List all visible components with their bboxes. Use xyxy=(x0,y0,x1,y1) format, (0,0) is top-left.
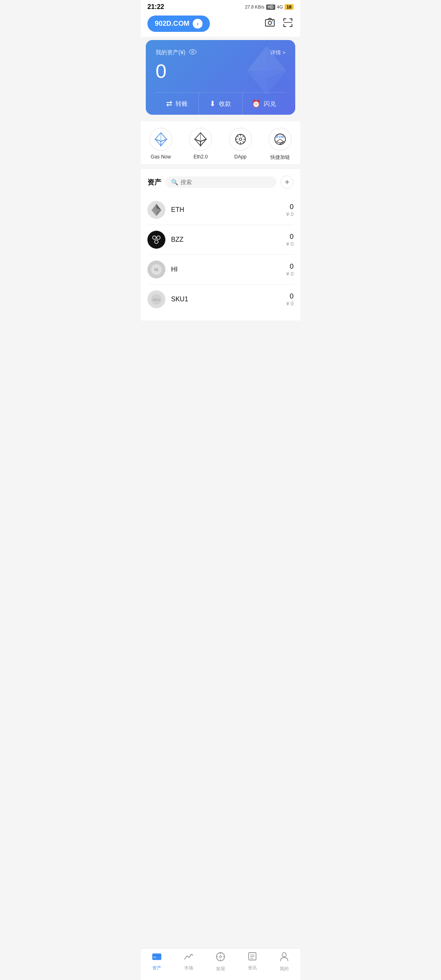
transfer-button[interactable]: ⇄ 转账 xyxy=(156,93,199,115)
eth-watermark xyxy=(246,46,287,97)
network-speed: 27.8 KB/s xyxy=(245,4,265,9)
nav-item-mine[interactable]: 我的 xyxy=(272,952,296,972)
svg-point-42 xyxy=(157,236,160,239)
mine-nav-icon xyxy=(280,952,289,964)
eth2-icon xyxy=(189,128,212,151)
status-time: 21:22 xyxy=(147,3,164,11)
svg-text:hi: hi xyxy=(154,267,158,272)
eth-token-values: 0 ¥ 0 xyxy=(286,203,294,217)
svg-line-29 xyxy=(237,141,238,143)
svg-point-21 xyxy=(239,138,242,140)
dapp-icon xyxy=(229,128,252,151)
mine-nav-label: 我的 xyxy=(280,966,289,972)
logo-arrow: › xyxy=(193,19,203,29)
sku1-token-name: SKU1 xyxy=(171,296,286,303)
nav-item-market[interactable]: 市场 xyxy=(176,952,201,972)
svg-line-27 xyxy=(243,141,244,143)
add-wallet-icon[interactable] xyxy=(264,17,276,31)
svg-text:SKU: SKU xyxy=(152,298,160,302)
bzz-token-values: 0 ¥ 0 xyxy=(286,233,294,247)
receive-button[interactable]: ⬇ 收款 xyxy=(199,93,242,115)
svg-line-26 xyxy=(237,136,238,138)
svg-marker-11 xyxy=(247,46,267,71)
assets-header: 资产 🔍 + xyxy=(147,176,294,189)
svg-line-28 xyxy=(243,136,244,138)
svg-point-1 xyxy=(268,21,272,24)
token-item-sku1[interactable]: SKU SKU1 0 ¥ 0 xyxy=(147,285,294,314)
logo-button[interactable]: 902D.COM › xyxy=(147,16,210,32)
nav-item-news[interactable]: 资讯 xyxy=(240,952,265,972)
discover-nav-icon xyxy=(216,952,225,964)
bzz-token-logo xyxy=(147,231,165,249)
asset-label-row: 我的资产(¥) xyxy=(156,48,197,57)
gas-now-icon xyxy=(149,128,172,151)
search-bar: 🔍 xyxy=(165,176,276,188)
battery-icon: 18 xyxy=(285,4,294,10)
quick-item-dapp[interactable]: DApp xyxy=(229,128,252,161)
transfer-label: 转账 xyxy=(176,100,188,108)
market-nav-icon xyxy=(184,952,194,963)
signal-strength: 4G xyxy=(277,4,283,9)
market-nav-label: 市场 xyxy=(184,965,193,971)
svg-rect-48 xyxy=(152,953,161,960)
eth-token-logo xyxy=(147,201,165,219)
dapp-label: DApp xyxy=(234,154,247,160)
svg-text:EVM: EVM xyxy=(276,135,284,139)
hi-token-name: HI xyxy=(171,266,286,273)
eye-icon[interactable] xyxy=(189,48,197,57)
hi-amount: 0 xyxy=(286,263,294,271)
svg-rect-57 xyxy=(249,953,256,960)
svg-marker-14 xyxy=(155,139,161,146)
receive-label: 收款 xyxy=(219,100,231,108)
flash-exchange-label: 闪兑 xyxy=(264,100,276,108)
assets-title: 资产 xyxy=(147,178,161,187)
status-bar: 21:22 27.8 KB/s HD 4G 18 xyxy=(141,0,300,12)
bzz-cny: ¥ 0 xyxy=(286,241,294,247)
svg-point-61 xyxy=(282,953,286,957)
quick-chain-label: 快捷加链 xyxy=(270,154,290,161)
bzz-token-name: BZZ xyxy=(171,236,286,243)
sku1-token-values: 0 ¥ 0 xyxy=(286,292,294,307)
hi-token-logo: hi xyxy=(147,261,165,278)
logo-text: 902D.COM xyxy=(155,20,189,28)
hi-cny: ¥ 0 xyxy=(286,271,294,277)
assets-nav-icon xyxy=(152,952,162,963)
sku1-cny: ¥ 0 xyxy=(286,301,294,307)
svg-point-41 xyxy=(153,236,156,239)
token-item-eth[interactable]: ETH 0 ¥ 0 xyxy=(147,195,294,225)
header: 902D.COM › xyxy=(141,12,300,37)
flash-exchange-icon: ⏰ xyxy=(252,99,261,108)
eth-token-name: ETH xyxy=(171,206,286,214)
receive-icon: ⬇ xyxy=(209,99,216,108)
eth-cny: ¥ 0 xyxy=(286,211,294,217)
token-item-hi[interactable]: hi HI 0 ¥ 0 xyxy=(147,255,294,285)
quick-item-gas-now[interactable]: Gas Now xyxy=(149,128,172,161)
svg-rect-50 xyxy=(154,957,156,958)
sku1-amount: 0 xyxy=(286,292,294,301)
svg-marker-10 xyxy=(267,46,286,71)
nav-item-discover[interactable]: 发现 xyxy=(208,952,233,972)
token-item-bzz[interactable]: BZZ 0 ¥ 0 xyxy=(147,225,294,255)
quick-item-quick-chain[interactable]: EVM 快捷加链 xyxy=(269,128,292,161)
assets-nav-label: 资产 xyxy=(152,965,161,971)
quick-chain-icon: EVM xyxy=(269,128,292,151)
transfer-icon: ⇄ xyxy=(166,99,172,108)
svg-point-6 xyxy=(192,51,194,53)
scan-icon[interactable] xyxy=(282,17,294,31)
nav-item-assets[interactable]: 资产 xyxy=(145,952,169,972)
eth2-label: Eth2.0 xyxy=(194,154,208,160)
svg-marker-17 xyxy=(200,139,206,146)
sku1-token-logo: SKU xyxy=(147,290,165,308)
discover-nav-label: 发现 xyxy=(216,966,225,972)
add-asset-button[interactable]: + xyxy=(281,176,294,189)
svg-point-43 xyxy=(155,241,158,243)
gas-now-label: Gas Now xyxy=(151,154,171,160)
eth-amount: 0 xyxy=(286,203,294,211)
news-nav-icon xyxy=(248,952,257,963)
asset-label: 我的资产(¥) xyxy=(156,49,185,56)
search-input[interactable] xyxy=(180,179,205,185)
quick-item-eth2[interactable]: Eth2.0 xyxy=(189,128,212,161)
bottom-nav: 资产 市场 发现 xyxy=(141,948,300,980)
bzz-amount: 0 xyxy=(286,233,294,241)
quick-menu: Gas Now Eth2.0 xyxy=(141,121,300,164)
